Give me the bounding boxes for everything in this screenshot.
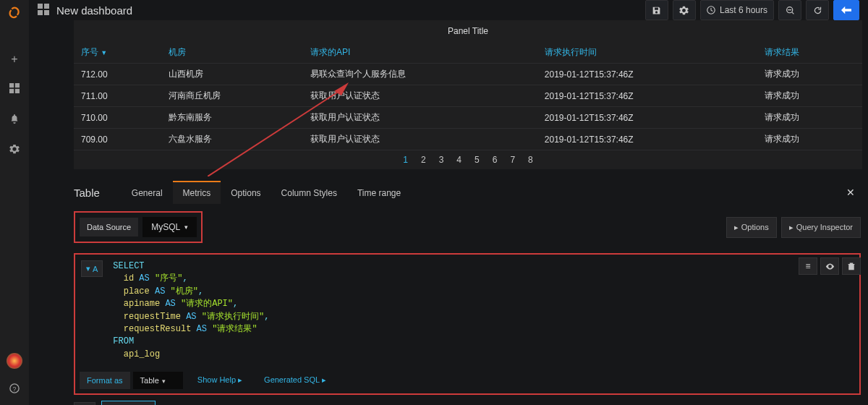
tab-time-range[interactable]: Time range — [347, 181, 411, 204]
grafana-logo-icon[interactable] — [8, 6, 21, 22]
col-id[interactable]: 序号 ▼ — [74, 42, 161, 64]
page-number[interactable]: 3 — [439, 155, 444, 165]
datasource-label: Data Source — [80, 218, 138, 236]
query-add-handle[interactable]: ▾ A — [74, 402, 95, 405]
bell-icon[interactable] — [9, 114, 20, 127]
query-inspector-button[interactable]: ▸ Query Inspector — [781, 217, 861, 238]
page-number[interactable]: 7 — [510, 155, 515, 165]
table-row[interactable]: 712.00山西机房易联众查询个人服务信息2019-01-12T15:37:46… — [74, 64, 862, 85]
svg-rect-3 — [15, 89, 20, 93]
format-as-select[interactable]: Table — [133, 372, 183, 389]
col-result[interactable]: 请求结果 — [757, 42, 862, 64]
show-help-button[interactable]: Show Help ▸ — [190, 371, 250, 389]
svg-rect-8 — [38, 10, 43, 15]
topbar: New dashboard Last 6 hours — [29, 0, 868, 20]
gear-icon[interactable] — [9, 144, 20, 157]
svg-rect-6 — [38, 4, 43, 9]
page-number[interactable]: 4 — [456, 155, 461, 165]
col-place[interactable]: 机房 — [161, 42, 303, 64]
editor-type-label: Table — [74, 187, 100, 199]
query-delete-icon[interactable] — [842, 257, 861, 275]
close-editor-icon[interactable]: ✕ — [846, 187, 855, 198]
refresh-button[interactable] — [806, 0, 829, 20]
sql-editor[interactable]: SELECT id AS "序号", place AS "机房", apinam… — [109, 255, 859, 368]
datasource-select[interactable]: MySQL ▾ — [142, 217, 197, 237]
query-menu-icon[interactable]: ≡ — [799, 257, 817, 275]
svg-text:?: ? — [13, 385, 17, 393]
panel: Panel Title 序号 ▼ 机房 请求的API 请求执行时间 请求结果 7… — [74, 20, 862, 169]
page-number[interactable]: 5 — [475, 155, 480, 165]
dashboard-icon[interactable] — [9, 83, 20, 96]
svg-rect-2 — [9, 89, 14, 93]
format-as-label: Format as — [80, 372, 130, 389]
table-row[interactable]: 709.00六盘水服务获取用户认证状态2019-01-12T15:37:46Z请… — [74, 129, 862, 150]
avatar[interactable] — [7, 353, 22, 369]
query-collapse-toggle[interactable]: ▾ A — [81, 260, 103, 277]
back-button[interactable] — [833, 0, 859, 20]
add-query-button[interactable]: Add Query — [101, 401, 156, 405]
options-button[interactable]: ▸ Options — [726, 217, 777, 238]
tab-column-styles[interactable]: Column Styles — [271, 181, 347, 204]
svg-rect-1 — [15, 83, 20, 88]
table-row[interactable]: 711.00河南商丘机房获取用户认证状态2019-01-12T15:37:46Z… — [74, 85, 862, 107]
svg-rect-0 — [9, 83, 14, 88]
col-api[interactable]: 请求的API — [303, 42, 537, 64]
zoom-out-button[interactable] — [778, 0, 801, 20]
save-button[interactable] — [645, 0, 668, 20]
svg-rect-7 — [44, 4, 49, 9]
page-title: New dashboard — [56, 4, 132, 17]
datasource-highlight-box: Data Source MySQL ▾ — [74, 211, 203, 243]
col-time[interactable]: 请求执行时间 — [537, 42, 757, 64]
tab-metrics[interactable]: Metrics — [173, 181, 221, 204]
plus-icon[interactable]: + — [11, 53, 17, 66]
generated-sql-button[interactable]: Generated SQL ▸ — [257, 371, 333, 389]
tab-options[interactable]: Options — [221, 181, 271, 204]
settings-button[interactable] — [673, 0, 696, 20]
pagination: 12345678 — [74, 150, 862, 169]
table-row[interactable]: 710.00黔东南服务获取用户认证状态2019-01-12T15:37:46Z请… — [74, 107, 862, 129]
editor-tabs-bar: Table GeneralMetricsOptionsColumn Styles… — [29, 175, 868, 204]
tab-general[interactable]: General — [122, 181, 173, 204]
sidebar: + ? — [0, 0, 29, 405]
page-number[interactable]: 1 — [403, 155, 408, 165]
query-visibility-icon[interactable] — [820, 257, 839, 275]
page-number[interactable]: 6 — [493, 155, 498, 165]
dashboard-grid-icon — [38, 4, 49, 17]
query-highlight-box: ▾ A SELECT id AS "序号", place AS "机房", ap… — [74, 253, 861, 395]
help-icon[interactable]: ? — [9, 383, 20, 396]
page-number[interactable]: 8 — [528, 155, 533, 165]
svg-rect-9 — [44, 10, 49, 15]
time-range-picker[interactable]: Last 6 hours — [700, 0, 774, 20]
data-table: 序号 ▼ 机房 请求的API 请求执行时间 请求结果 712.00山西机房易联众… — [74, 42, 862, 150]
panel-title: Panel Title — [74, 20, 862, 42]
page-number[interactable]: 2 — [421, 155, 426, 165]
